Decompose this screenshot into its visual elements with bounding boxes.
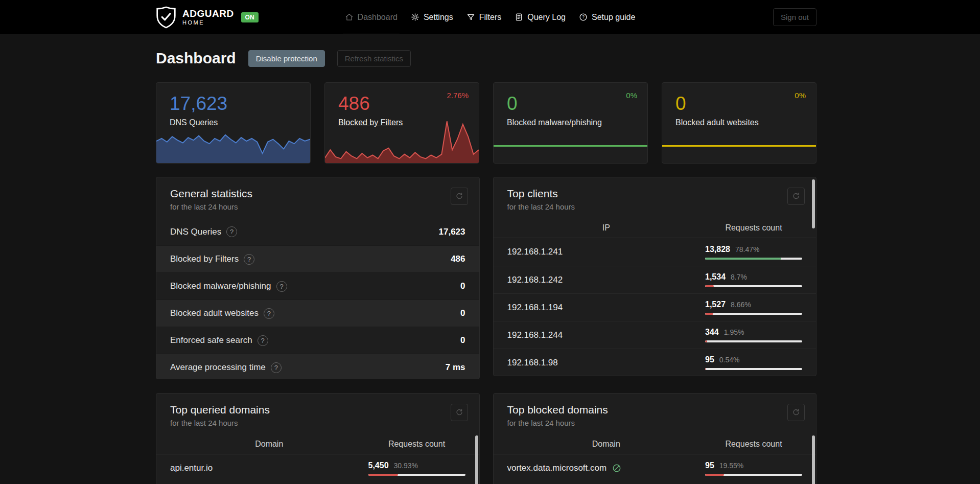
- brand-name: ADGUARD: [182, 9, 234, 18]
- blocked-adult-percent: 0%: [795, 91, 806, 100]
- domain-row: api.entur.io 5,450 30.93%: [156, 454, 479, 482]
- top-clients-card: Top clients for the last 24 hours IP Req…: [493, 177, 817, 376]
- stat-row-value: 0: [460, 335, 465, 345]
- requests-count: 5,450: [368, 461, 389, 470]
- top-clients-subtitle: for the last 24 hours: [507, 202, 803, 211]
- requests-percent: 30.93%: [394, 462, 418, 470]
- dns-queries-sparkline: [156, 119, 310, 163]
- client-ip[interactable]: 192.168.1.244: [507, 330, 706, 340]
- nav-item-dashboard[interactable]: Dashboard: [345, 0, 398, 34]
- stat-row-label: Average processing time: [170, 362, 266, 373]
- adguard-shield-logo: [156, 6, 176, 29]
- progress-bar-fill: [368, 474, 399, 476]
- blocked-malware-label: Blocked malware/phishing: [507, 118, 602, 127]
- top-blocked-header-row: Domain Requests count: [494, 434, 816, 454]
- column-header-requests-count: Requests count: [368, 440, 465, 449]
- column-header-requests-count: Requests count: [705, 223, 802, 233]
- scrollbar-thumb[interactable]: [475, 435, 478, 484]
- brand[interactable]: ADGUARD HOME ON: [156, 0, 259, 34]
- progress-bar-fill: [705, 340, 707, 342]
- progress-bar: [705, 285, 802, 287]
- domain-row: vortex.data.microsoft.com 95: [494, 454, 816, 482]
- refresh-button[interactable]: [787, 188, 805, 205]
- refresh-icon: [455, 408, 463, 417]
- stat-card-blocked-adult: 0 Blocked adult websites 0%: [662, 82, 816, 164]
- home-icon: [345, 13, 354, 21]
- top-queried-table: api.entur.io 5,450 30.93%: [156, 454, 479, 482]
- nav-item-query-log[interactable]: Query Log: [515, 0, 566, 34]
- stat-row-value: 17,623: [439, 227, 465, 237]
- nav-label: Dashboard: [358, 13, 398, 22]
- client-ip[interactable]: 192.168.1.98: [507, 358, 706, 368]
- client-ip[interactable]: 192.168.1.194: [507, 303, 706, 313]
- refresh-button[interactable]: [451, 188, 468, 205]
- page-header: Dashboard Disable protection Refresh sta…: [156, 50, 816, 67]
- general-statistics-row: Blocked malware/phishing ? 0: [156, 272, 479, 299]
- help-icon[interactable]: ?: [271, 362, 282, 373]
- general-statistics-card: General statistics for the last 24 hours…: [156, 177, 480, 379]
- column-header-domain: Domain: [170, 440, 368, 449]
- requests-percent: 8.66%: [731, 301, 751, 309]
- requests-percent: 8.7%: [731, 273, 747, 281]
- nav-label: Settings: [424, 13, 453, 22]
- blocked-adult-value: 0: [675, 93, 803, 115]
- column-header-domain: Domain: [507, 440, 706, 449]
- blocked-filters-sparkline: [325, 119, 479, 163]
- progress-bar-fill: [705, 258, 781, 260]
- domain-name[interactable]: vortex.data.microsoft.com: [507, 463, 607, 473]
- progress-bar: [705, 258, 802, 260]
- requests-count: 13,828: [705, 245, 730, 254]
- top-blocked-table: vortex.data.microsoft.com 95: [494, 454, 816, 482]
- nav-item-setup-guide[interactable]: ? Setup guide: [579, 0, 635, 34]
- refresh-statistics-button[interactable]: Refresh statistics: [337, 50, 411, 67]
- help-icon[interactable]: ?: [264, 308, 274, 319]
- stat-card-blocked-filters: 486 Blocked by Filters 2.76%: [324, 82, 479, 164]
- stat-row-value: 0: [460, 281, 465, 291]
- help-icon[interactable]: ?: [244, 254, 254, 265]
- client-ip[interactable]: 192.168.1.241: [507, 247, 706, 257]
- progress-bar: [705, 340, 802, 342]
- stat-row-value: 486: [451, 254, 465, 264]
- top-navbar: ADGUARD HOME ON Dashboard Settings Filte…: [0, 0, 980, 34]
- client-ip[interactable]: 192.168.1.242: [507, 275, 706, 285]
- column-header-ip: IP: [507, 223, 706, 233]
- requests-count: 1,534: [705, 272, 726, 282]
- top-blocked-domains-card: Top blocked domains for the last 24 hour…: [493, 393, 817, 484]
- top-clients-title: Top clients: [507, 188, 803, 200]
- scrollbar-thumb[interactable]: [812, 179, 815, 228]
- top-queried-subtitle: for the last 24 hours: [170, 419, 465, 427]
- stat-cards-row: 17,623 DNS Queries 486 Blocked by Filter…: [156, 82, 816, 164]
- scrollbar-thumb[interactable]: [812, 435, 815, 484]
- sign-out-button[interactable]: Sign out: [773, 8, 816, 26]
- blocked-adult-sparkline: [662, 145, 816, 147]
- stat-card-blocked-malware: 0 Blocked malware/phishing 0%: [493, 82, 648, 164]
- help-icon[interactable]: ?: [226, 226, 237, 237]
- progress-bar: [705, 368, 802, 370]
- general-statistics-subtitle: for the last 24 hours: [170, 202, 465, 211]
- disable-protection-button[interactable]: Disable protection: [248, 50, 325, 67]
- refresh-button[interactable]: [787, 404, 805, 421]
- column-header-requests-count: Requests count: [705, 440, 802, 449]
- top-queried-domains-card: Top queried domains for the last 24 hour…: [156, 393, 480, 484]
- page-title: Dashboard: [156, 50, 236, 67]
- general-statistics-table: DNS Queries ? 17,623 Blocked by Filters …: [156, 218, 479, 379]
- help-icon[interactable]: ?: [276, 281, 287, 292]
- requests-count: 95: [705, 461, 714, 470]
- general-statistics-row: Blocked adult websites ? 0: [156, 299, 479, 327]
- domain-name[interactable]: api.entur.io: [170, 463, 213, 473]
- stat-row-label: Blocked by Filters: [170, 254, 239, 264]
- gear-icon: [411, 13, 419, 21]
- query-log-icon: [515, 13, 523, 21]
- refresh-icon: [792, 192, 800, 200]
- progress-bar-fill: [705, 474, 724, 476]
- main-nav: Dashboard Settings Filters Query Log: [338, 0, 642, 34]
- refresh-button[interactable]: [451, 404, 468, 421]
- progress-bar-fill: [705, 313, 713, 315]
- nav-item-filters[interactable]: Filters: [466, 0, 502, 34]
- requests-percent: 1.95%: [724, 328, 744, 336]
- requests-percent: 78.47%: [735, 245, 759, 253]
- dns-queries-value: 17,623: [170, 93, 297, 115]
- svg-text:?: ?: [582, 15, 585, 19]
- help-icon[interactable]: ?: [258, 335, 268, 346]
- nav-item-settings[interactable]: Settings: [411, 0, 453, 34]
